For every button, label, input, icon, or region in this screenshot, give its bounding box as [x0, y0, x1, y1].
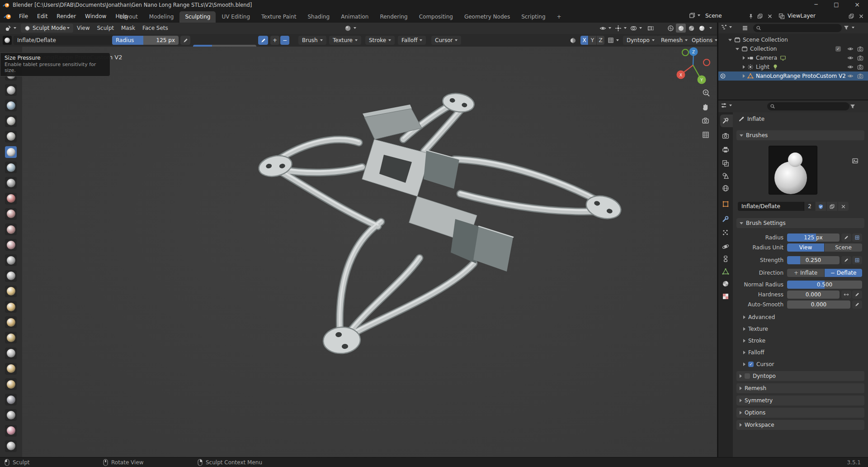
outliner-search-input[interactable]: [763, 25, 839, 32]
falloff-dropdown[interactable]: Falloff: [398, 36, 426, 45]
fake-user-toggle[interactable]: [816, 202, 826, 211]
disable-in-renders-icon[interactable]: [857, 64, 863, 70]
radius-property-slider[interactable]: 125 px: [787, 234, 840, 242]
display-mode-icon[interactable]: [742, 25, 748, 31]
properties-tab-particles[interactable]: [722, 229, 729, 236]
radius-unified-toggle[interactable]: [852, 234, 862, 242]
subpanel-advanced[interactable]: Advanced: [740, 313, 861, 322]
brush-tool-slide-relax[interactable]: [5, 394, 17, 405]
brush-tool-pose[interactable]: [5, 348, 17, 359]
mirror-x-toggle[interactable]: X: [580, 36, 588, 45]
strength-unified-toggle[interactable]: [852, 256, 862, 264]
expand-icon[interactable]: [743, 74, 745, 78]
workspace-tab-rendering[interactable]: Rendering: [374, 11, 413, 23]
minimize-button[interactable]: ─: [806, 0, 826, 10]
direction-subtract-button[interactable]: −: [280, 36, 289, 45]
brush-tool-layer[interactable]: [5, 131, 17, 143]
hardness-pressure-toggle[interactable]: [852, 291, 862, 299]
editor-type-button[interactable]: [3, 24, 18, 33]
workspace-tab-layout[interactable]: Layout: [114, 11, 143, 23]
workspace-tab-sculpting[interactable]: Sculpting: [179, 11, 216, 23]
blender-menu-button[interactable]: [4, 12, 12, 20]
symmetry-options-dropdown[interactable]: [608, 36, 619, 45]
viewport-menu-sculpt[interactable]: Sculpt: [93, 24, 117, 33]
brush-tool-multi-plane-scrape[interactable]: [5, 254, 17, 266]
brush-tool-pinch[interactable]: [5, 270, 17, 282]
shading-material-button[interactable]: [686, 24, 696, 33]
new-scene-icon[interactable]: [757, 13, 763, 19]
shading-solid-button[interactable]: [676, 24, 686, 33]
properties-editor-type-button[interactable]: [721, 102, 732, 109]
properties-tab-object[interactable]: [722, 200, 729, 208]
pin-scene-icon[interactable]: [748, 13, 754, 19]
remesh-dropdown[interactable]: Remesh: [657, 36, 691, 45]
hide-in-viewport-icon[interactable]: [847, 46, 854, 52]
brush-tool-snake-hook[interactable]: [5, 316, 17, 328]
radius-pressure-toggle[interactable]: [180, 36, 190, 45]
brushes-panel-header[interactable]: Brushes: [736, 130, 864, 140]
disable-in-renders-icon[interactable]: [857, 46, 863, 52]
subpanel-cursor[interactable]: Cursor: [740, 360, 861, 369]
properties-tab-texture[interactable]: [722, 293, 729, 300]
brush-tool-boundary[interactable]: [5, 409, 17, 421]
panel-checkbox[interactable]: [745, 373, 750, 379]
close-button[interactable]: ×: [846, 0, 868, 10]
brush-name-field[interactable]: Inflate/Deflate: [14, 36, 117, 45]
visibility-dropdown[interactable]: [599, 24, 611, 33]
gizmo-axis-y-negative[interactable]: [682, 49, 689, 56]
panel-symmetry[interactable]: Symmetry: [736, 396, 864, 405]
new-view-layer-icon[interactable]: [848, 13, 854, 19]
scene-browse-button[interactable]: [689, 12, 700, 19]
direction-inflate-button[interactable]: +Inflate: [787, 269, 824, 277]
remove-view-layer-icon[interactable]: [858, 13, 864, 19]
maximize-button[interactable]: □: [826, 0, 846, 10]
brush-preview-browse-button[interactable]: [852, 157, 859, 164]
workspace-tab-texture-paint[interactable]: Texture Paint: [256, 11, 302, 23]
hide-in-viewport-icon[interactable]: [847, 55, 854, 61]
brush-tool-crease[interactable]: [5, 177, 17, 189]
brush-tool-simplify[interactable]: [5, 440, 17, 452]
panel-remesh[interactable]: Remesh: [736, 383, 864, 393]
brush-tool-blob[interactable]: [5, 162, 17, 173]
properties-tab-modifiers[interactable]: [722, 215, 729, 223]
properties-tab-material[interactable]: [722, 280, 729, 287]
subpanel-texture[interactable]: Texture: [740, 324, 861, 334]
properties-filter-icon[interactable]: [849, 103, 856, 110]
brush-tool-elastic-deform[interactable]: [5, 301, 17, 313]
brush-tool-scrape[interactable]: [5, 239, 17, 251]
brush-settings-panel-header[interactable]: Brush Settings: [736, 218, 864, 228]
outliner-row-scene-collection[interactable]: Scene Collection: [718, 35, 868, 44]
properties-tab-data[interactable]: [722, 268, 729, 275]
outliner-row-collection[interactable]: Collection: [718, 44, 868, 53]
workspace-tab-scripting[interactable]: Scripting: [516, 11, 551, 23]
mirror-y-toggle[interactable]: Y: [589, 36, 596, 45]
expand-icon[interactable]: [743, 56, 745, 60]
normal-radius-slider[interactable]: 0.500: [787, 281, 862, 289]
brush-tool-rotate[interactable]: [5, 378, 17, 390]
collection-checkbox[interactable]: [835, 46, 841, 52]
viewport-menu-mask[interactable]: Mask: [118, 24, 139, 33]
collapse-icon[interactable]: [728, 39, 732, 41]
properties-tab-scene[interactable]: [722, 172, 729, 180]
brush-users-count[interactable]: 2: [804, 202, 815, 211]
workspace-tab-compositing[interactable]: Compositing: [414, 11, 458, 23]
pan-hand-icon[interactable]: [703, 104, 708, 110]
falloff-dropdown[interactable]: [344, 24, 356, 33]
subpanel-falloff[interactable]: Falloff: [740, 348, 861, 357]
brush-tool-thumb[interactable]: [5, 332, 17, 343]
brush-tool-flatten[interactable]: [5, 208, 17, 220]
brush-tool-fill[interactable]: [5, 224, 17, 235]
radius-unit-scene-button[interactable]: Scene: [825, 243, 862, 252]
outliner-filter-button[interactable]: [843, 24, 854, 31]
outliner-row-camera[interactable]: Camera: [718, 53, 868, 62]
disable-in-renders-icon[interactable]: [857, 55, 863, 61]
active-brush-thumbnail[interactable]: [3, 36, 12, 45]
outliner-search-field[interactable]: [753, 24, 842, 32]
brush-tool-clay-strips[interactable]: [5, 115, 17, 127]
properties-search-input[interactable]: [777, 103, 847, 110]
brush-tool-nudge[interactable]: [5, 363, 17, 375]
outliner-row-light[interactable]: Light: [718, 62, 868, 71]
menu-window[interactable]: Window: [80, 10, 111, 23]
viewport-background[interactable]: [22, 47, 717, 457]
shading-rendered-button[interactable]: [697, 24, 707, 33]
